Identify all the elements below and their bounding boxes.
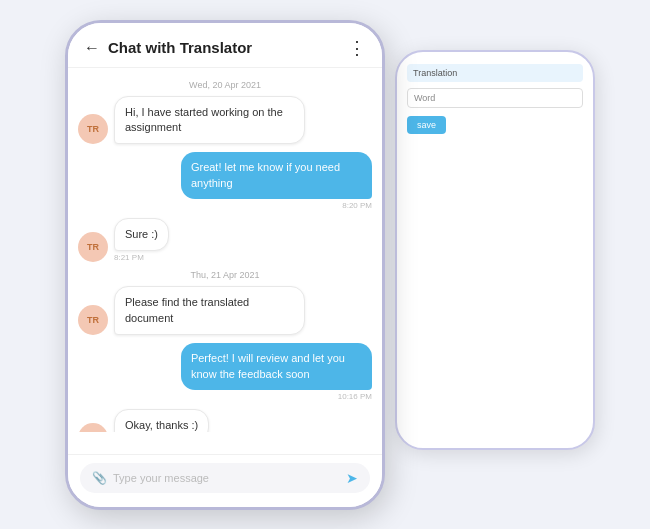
avatar: TR bbox=[78, 232, 108, 262]
bubble-sent: Great! let me know if you need anything bbox=[181, 152, 372, 199]
back-button[interactable]: ← bbox=[84, 39, 100, 57]
message-row: Perfect! I will review and let you know … bbox=[78, 343, 372, 401]
date-divider-1: Wed, 20 Apr 2021 bbox=[78, 80, 372, 90]
bubble-received: Sure :) bbox=[114, 218, 169, 251]
phone-main: ← Chat with Translator ⋮ Wed, 20 Apr 202… bbox=[65, 20, 385, 510]
date-divider-2: Thu, 21 Apr 2021 bbox=[78, 270, 372, 280]
attachment-icon: 📎 bbox=[92, 471, 107, 485]
chat-area: Wed, 20 Apr 2021 TR Hi, I have started w… bbox=[68, 68, 382, 432]
back-label: Translation bbox=[407, 64, 583, 82]
bubble-wrap: Hi, I have started working on the assign… bbox=[114, 96, 305, 145]
bubble-wrap: Perfect! I will review and let you know … bbox=[181, 343, 372, 401]
bubble-received: Hi, I have started working on the assign… bbox=[114, 96, 305, 145]
input-area: 📎 Type your message ➤ bbox=[68, 454, 382, 507]
chat-header: ← Chat with Translator ⋮ bbox=[68, 23, 382, 68]
menu-button[interactable]: ⋮ bbox=[348, 37, 366, 59]
message-time: 10:16 PM bbox=[181, 392, 372, 401]
phone-back: Translation Word save bbox=[395, 50, 595, 450]
bubble-wrap: Great! let me know if you need anything … bbox=[181, 152, 372, 210]
bubble-sent: Perfect! I will review and let you know … bbox=[181, 343, 372, 390]
send-button[interactable]: ➤ bbox=[346, 470, 358, 486]
message-row: Great! let me know if you need anything … bbox=[78, 152, 372, 210]
message-row: TR Please find the translated document bbox=[78, 286, 372, 335]
back-save-button[interactable]: save bbox=[407, 116, 446, 134]
bubble-received: Please find the translated document bbox=[114, 286, 305, 335]
bubble-received: Okay, thanks :) bbox=[114, 409, 209, 431]
chat-title: Chat with Translator bbox=[108, 39, 348, 56]
scene: Translation Word save ← Chat with Transl… bbox=[65, 20, 585, 510]
bubble-wrap: Please find the translated document bbox=[114, 286, 305, 335]
message-row: TR Sure :) 8:21 PM bbox=[78, 218, 372, 262]
message-time: 8:20 PM bbox=[181, 201, 372, 210]
message-time: 8:21 PM bbox=[114, 253, 169, 262]
message-row: TR Hi, I have started working on the ass… bbox=[78, 96, 372, 145]
message-input-placeholder[interactable]: Type your message bbox=[113, 472, 346, 484]
avatar: TR bbox=[78, 423, 108, 431]
back-field: Word bbox=[407, 88, 583, 108]
avatar: TR bbox=[78, 114, 108, 144]
bubble-wrap: Sure :) 8:21 PM bbox=[114, 218, 169, 262]
message-row: TR Okay, thanks :) 10:15 PM bbox=[78, 409, 372, 431]
message-input-row[interactable]: 📎 Type your message ➤ bbox=[80, 463, 370, 493]
avatar: TR bbox=[78, 305, 108, 335]
bubble-wrap: Okay, thanks :) 10:15 PM bbox=[114, 409, 209, 431]
